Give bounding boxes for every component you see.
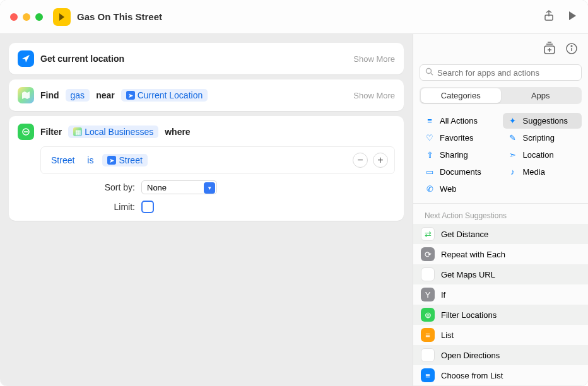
suggestion-icon: ⟳ [421,247,435,261]
remove-condition-button[interactable]: − [353,153,368,168]
minimize-window-button[interactable] [23,13,30,21]
category-label: Favorites [440,133,473,143]
run-icon[interactable] [567,10,578,24]
window-controls [10,13,43,21]
suggestion-label: Get Maps URL [441,270,495,279]
filter-condition-row: Street is ➤ Street − + [40,146,395,174]
zoom-window-button[interactable] [35,13,43,21]
sort-by-select[interactable]: None ▾ [141,180,217,194]
suggestion-icon: 🗺 [421,348,435,362]
sort-by-row: Sort by: None ▾ [40,180,395,194]
action-suffix: where [165,127,190,137]
action-prefix: Filter [40,127,62,137]
location-arrow-icon: ➤ [107,156,116,165]
suggestion-label: Filter Locations [441,310,497,320]
businesses-variable-token[interactable]: ▦ Local Businesses [68,126,158,138]
sort-by-label: Sort by: [40,182,135,192]
maps-icon [18,87,34,103]
categories-list: ≡All Actions✦Suggestions♡Favorites✎Scrip… [413,110,588,203]
location-variable-token[interactable]: ➤ Current Location [121,89,208,102]
suggestion-label: Repeat with Each [441,250,505,259]
action-mid: near [96,90,115,100]
category-icon: ✦ [508,116,518,126]
category-scripting[interactable]: ✎Scripting [503,130,582,146]
category-media[interactable]: ♪Media [503,164,582,180]
category-web[interactable]: ✆Web [420,181,499,197]
category-icon: ✆ [425,184,435,194]
workflow-canvas[interactable]: Get current location Show More Find gas … [0,34,413,386]
tab-categories[interactable]: Categories [421,88,501,103]
limit-checkbox[interactable] [141,201,154,213]
svg-line-8 [431,73,433,75]
suggestion-get-distance[interactable]: ⇄Get Distance [413,224,588,244]
suggestions-list: ⇄Get Distance⟳Repeat with Each🗺Get Maps … [413,224,588,386]
category-all-actions[interactable]: ≡All Actions [420,113,499,129]
category-label: Web [440,184,457,194]
suggestion-label: Choose from List [441,371,503,380]
category-icon: ⇧ [425,150,435,160]
suggestion-icon: 🗺 [421,267,435,281]
content: Get current location Show More Find gas … [0,34,588,386]
chevron-updown-icon: ▾ [204,182,215,194]
info-icon[interactable] [565,42,578,57]
suggestions-header: Next Action Suggestions [413,203,588,224]
filter-icon [18,124,34,140]
category-icon: ♡ [425,133,435,143]
filter-operator-selector[interactable]: is [83,154,97,167]
tab-apps[interactable]: Apps [501,88,581,103]
maps-icon: ▦ [73,127,82,136]
category-icon: ✎ [508,133,518,143]
limit-row: Limit: [40,201,395,213]
action-filter-locations[interactable]: Filter ▦ Local Businesses where Street i… [9,116,404,221]
category-location[interactable]: ➣Location [503,147,582,163]
show-more-button[interactable]: Show More [353,54,395,64]
suggestion-list[interactable]: ≡List [413,325,588,345]
suggestion-icon: ≡ [421,328,435,342]
category-favorites[interactable]: ♡Favorites [420,130,499,146]
document-title: Gas On This Street [77,11,162,22]
suggestion-label: Open Directions [441,351,500,360]
filter-field-selector[interactable]: Street [47,154,78,167]
suggestion-if[interactable]: YIf [413,284,588,305]
suggestion-filter-locations[interactable]: ⊜Filter Locations [413,305,588,325]
search-icon [425,67,433,78]
suggestion-icon: ⊜ [421,308,435,322]
add-condition-button[interactable]: + [373,153,388,168]
suggestion-get-maps-url[interactable]: 🗺Get Maps URL [413,264,588,284]
action-get-current-location[interactable]: Get current location Show More [9,43,404,74]
suggestion-open-directions[interactable]: 🗺Open Directions [413,345,588,365]
category-icon: ♪ [508,167,518,177]
suggestion-repeat-with-each[interactable]: ⟳Repeat with Each [413,244,588,264]
library-sidebar: Categories Apps ≡All Actions✦Suggestions… [413,34,588,386]
category-label: Suggestions [523,116,568,126]
suggestion-label: List [441,330,454,340]
category-suggestions[interactable]: ✦Suggestions [503,113,582,129]
suggestion-choose-from-list[interactable]: ≡Choose from List [413,365,588,385]
category-icon: ➣ [508,150,518,160]
suggestion-icon: Y [421,288,435,301]
suggestion-label: Get Distance [441,230,488,239]
category-sharing[interactable]: ⇧Sharing [420,147,499,163]
location-arrow-icon: ➤ [126,91,135,100]
category-icon: ≡ [425,116,435,126]
window: Gas On This Street Get current location … [0,0,588,386]
show-more-button[interactable]: Show More [353,91,395,100]
limit-label: Limit: [40,202,135,212]
filter-value-token[interactable]: ➤ Street [102,154,147,167]
category-label: Scripting [523,133,555,143]
library-icon[interactable] [543,42,556,58]
location-arrow-icon [18,50,34,67]
svg-point-7 [426,69,432,74]
category-icon: ▭ [425,167,435,177]
category-documents[interactable]: ▭Documents [420,164,499,180]
suggestion-label: If [441,290,445,300]
category-label: All Actions [440,116,478,126]
svg-point-6 [571,45,572,47]
action-find-local-businesses[interactable]: Find gas near ➤ Current Location Show Mo… [9,79,404,111]
share-icon[interactable] [543,9,555,25]
search-input-wrapper[interactable] [420,64,582,81]
search-input[interactable] [437,68,576,78]
close-window-button[interactable] [10,13,18,21]
titlebar: Gas On This Street [0,0,588,34]
search-query-token[interactable]: gas [66,89,90,102]
